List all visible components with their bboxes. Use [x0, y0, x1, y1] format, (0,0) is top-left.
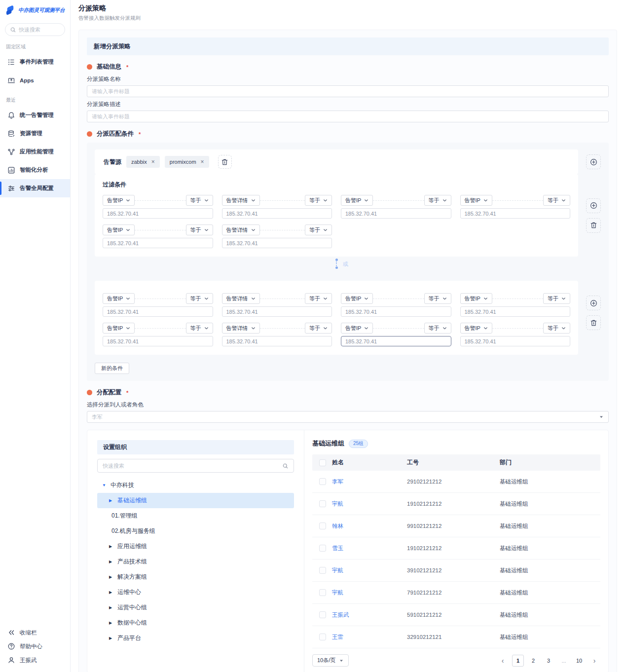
field-select[interactable]: 告警IP	[460, 323, 492, 334]
sidebar-item-alert-config[interactable]: 告警全局配置	[0, 179, 70, 197]
page-size-select[interactable]: 10条/页	[312, 654, 349, 667]
sidebar-item-unified-alert[interactable]: 统一告警管理	[0, 106, 70, 124]
delete-block-button[interactable]	[586, 218, 601, 233]
strategy-desc-input[interactable]: 请输入事件标题	[87, 111, 609, 122]
operator-select[interactable]: 等于	[424, 293, 451, 304]
member-name-link[interactable]: 王雷	[332, 634, 407, 641]
prev-page-button[interactable]: ‹	[497, 655, 509, 667]
condition-value-input[interactable]: 185.32.70.41	[222, 208, 332, 219]
condition-value-input[interactable]: 185.32.70.41	[222, 238, 332, 248]
condition-value-input[interactable]: 185.32.70.41	[341, 336, 451, 346]
row-checkbox[interactable]	[319, 545, 326, 552]
member-name-link[interactable]: 李军	[332, 478, 407, 485]
operator-select[interactable]: 等于	[305, 195, 332, 206]
field-select[interactable]: 告警详情	[222, 195, 260, 206]
tree-node[interactable]: ▶产品平台	[97, 631, 294, 646]
field-select[interactable]: 告警IP	[460, 195, 492, 206]
field-select[interactable]: 告警详情	[222, 224, 260, 235]
field-select[interactable]: 告警详情	[222, 293, 260, 304]
close-icon[interactable]: ×	[201, 159, 204, 165]
field-select[interactable]: 告警IP	[341, 293, 373, 304]
add-condition-button[interactable]	[586, 296, 601, 310]
condition-value-input[interactable]: 185.32.70.41	[103, 306, 213, 317]
operator-select[interactable]: 等于	[305, 224, 332, 235]
operator-select[interactable]: 等于	[186, 323, 213, 334]
row-checkbox[interactable]	[319, 500, 326, 507]
sidebar-item-event-list[interactable]: 事件列表管理	[0, 53, 70, 71]
sidebar-item-collapse[interactable]: 收缩栏	[0, 626, 70, 639]
sidebar-item-user[interactable]: 王振武	[0, 653, 70, 667]
field-select[interactable]: 告警IP	[341, 195, 373, 206]
sidebar-item-apps[interactable]: Apps	[0, 71, 70, 89]
condition-value-input[interactable]: 185.32.70.41	[103, 238, 213, 248]
assignee-select[interactable]: 李军	[87, 411, 609, 423]
tree-node[interactable]: 02.机房与服务组	[97, 523, 294, 539]
field-select[interactable]: 告警IP	[103, 293, 135, 304]
tree-node[interactable]: ▶数据中心组	[97, 615, 294, 631]
sidebar-item-analysis[interactable]: 智能化分析	[0, 161, 70, 179]
tree-node[interactable]: ▶运维中心	[97, 585, 294, 600]
operator-select[interactable]: 等于	[424, 323, 451, 334]
operator-select[interactable]: 等于	[424, 195, 451, 206]
strategy-name-input[interactable]: 请输入事件标题	[87, 85, 609, 97]
operator-select[interactable]: 等于	[543, 323, 570, 334]
condition-value-input[interactable]: 185.32.70.41	[103, 208, 213, 219]
condition-value-input[interactable]: 185.32.70.41	[222, 306, 332, 317]
condition-value-input[interactable]: 185.32.70.41	[341, 306, 451, 317]
field-select[interactable]: 告警IP	[103, 195, 135, 206]
page-button[interactable]: 3	[543, 655, 554, 667]
row-checkbox[interactable]	[319, 523, 326, 529]
tree-node[interactable]: ▶基础运维组	[97, 493, 294, 508]
tree-node[interactable]: ▶解决方案组	[97, 569, 294, 585]
row-checkbox[interactable]	[319, 634, 326, 640]
condition-value-input[interactable]: 185.32.70.41	[460, 306, 571, 317]
close-icon[interactable]: ×	[151, 159, 155, 165]
row-checkbox[interactable]	[319, 567, 326, 574]
page-button[interactable]: 2	[527, 655, 539, 667]
add-condition-button[interactable]	[586, 198, 601, 213]
member-name-link[interactable]: 宇航	[332, 567, 407, 574]
row-checkbox[interactable]	[319, 589, 326, 596]
new-condition-button[interactable]: 新的条件	[95, 363, 129, 374]
condition-value-input[interactable]: 185.32.70.41	[103, 336, 213, 346]
sidebar-item-help[interactable]: 帮助中心	[0, 639, 70, 653]
sidebar-search-input[interactable]: 快速搜索	[5, 23, 65, 36]
tree-node[interactable]: ▼中亦科技	[97, 478, 294, 493]
field-select[interactable]: 告警IP	[460, 293, 492, 304]
select-all-checkbox[interactable]	[319, 459, 326, 466]
operator-select[interactable]: 等于	[543, 293, 570, 304]
member-name-link[interactable]: 宇航	[332, 500, 407, 508]
operator-select[interactable]: 等于	[305, 323, 332, 334]
next-page-button[interactable]: ›	[588, 655, 600, 667]
tree-node[interactable]: ▶运营中心组	[97, 600, 294, 615]
org-search-input[interactable]: 快速搜索	[97, 459, 294, 473]
delete-source-button[interactable]	[218, 155, 232, 169]
member-name-link[interactable]: 翰林	[332, 523, 407, 530]
add-filter-block-button[interactable]	[586, 154, 601, 169]
page-button[interactable]: 1	[512, 655, 524, 667]
page-button[interactable]: 10	[573, 655, 585, 667]
member-name-link[interactable]: 王振武	[332, 611, 407, 619]
condition-value-input[interactable]: 185.32.70.41	[222, 336, 332, 346]
condition-value-input[interactable]: 185.32.70.41	[341, 208, 451, 219]
sidebar-item-resource[interactable]: 资源管理	[0, 124, 70, 143]
field-select[interactable]: 告警IP	[103, 323, 135, 334]
condition-value-input[interactable]: 185.32.70.41	[460, 336, 571, 346]
sidebar-item-apm[interactable]: 应用性能管理	[0, 143, 70, 161]
operator-select[interactable]: 等于	[186, 293, 213, 304]
operator-select[interactable]: 等于	[186, 224, 213, 235]
row-checkbox[interactable]	[319, 478, 326, 485]
member-name-link[interactable]: 宇航	[332, 589, 407, 597]
field-select[interactable]: 告警IP	[103, 224, 135, 235]
condition-value-input[interactable]: 185.32.70.41	[460, 208, 571, 219]
tree-node[interactable]: ▶应用运维组	[97, 539, 294, 554]
delete-block-button[interactable]	[586, 315, 601, 330]
operator-select[interactable]: 等于	[186, 195, 213, 206]
field-select[interactable]: 告警详情	[222, 323, 260, 334]
field-select[interactable]: 告警IP	[341, 323, 373, 334]
tree-node[interactable]: ▶产品技术组	[97, 554, 294, 569]
row-checkbox[interactable]	[319, 611, 326, 618]
operator-select[interactable]: 等于	[543, 195, 570, 206]
tree-node[interactable]: 01.管理组	[97, 508, 294, 523]
operator-select[interactable]: 等于	[305, 293, 332, 304]
